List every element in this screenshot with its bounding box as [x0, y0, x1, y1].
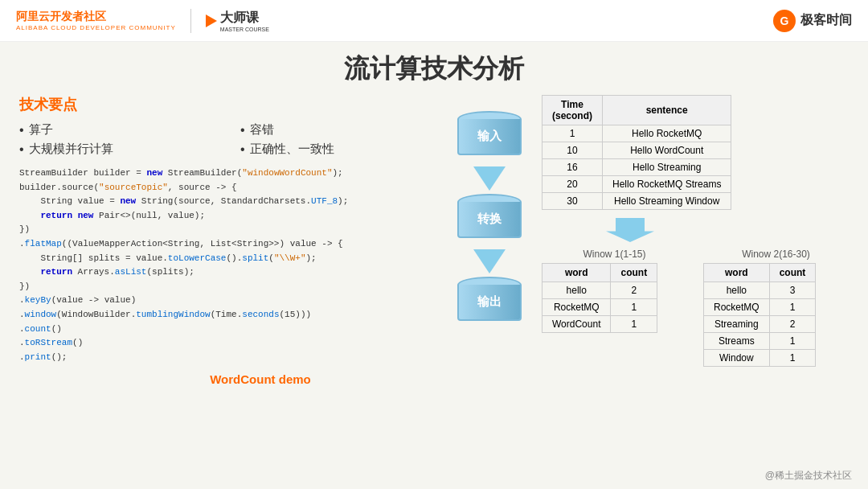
geek-text: 极客时间 [800, 12, 852, 29]
cell-sentence: Hello WordCount [603, 142, 731, 159]
tech-point-1: 容错 [240, 122, 437, 138]
alibaba-logo-bottom: ALIBABA CLOUD DEVELOPER COMMUNITY [16, 24, 176, 31]
cell-count: 1 [769, 333, 816, 350]
code-block: StreamBuilder builder = new StreamBuilde… [19, 166, 437, 364]
cell-word: RocketMQ [542, 299, 611, 316]
w1-col-count: count [611, 264, 657, 282]
demo-label: WordCount demo [210, 372, 311, 386]
cell-sentence: Hello RocketMQ [603, 125, 731, 142]
table-row: hello2 [542, 282, 657, 299]
cell-word: WordCount [542, 316, 611, 333]
cell-count: 2 [611, 282, 657, 299]
cell-sentence: Hello Streaming Window [603, 193, 731, 210]
table-row: 30Hello Streaming Window [542, 193, 731, 210]
big-arrow-container [606, 218, 849, 242]
tech-point-0: 算子 [19, 122, 216, 138]
w1-col-word: word [542, 264, 611, 282]
cell-word: Streams [704, 333, 770, 350]
table-row: Window1 [704, 350, 816, 367]
main-content: 技术要点 算子 容错 大规模并行计算 正确性、一致性 StreamBuilder… [0, 95, 868, 489]
header-left: 阿里云开发者社区 ALIBABA CLOUD DEVELOPER COMMUNI… [16, 9, 269, 33]
left-panel: 技术要点 算子 容错 大规模并行计算 正确性、一致性 StreamBuilder… [19, 95, 437, 387]
table-row: RocketMQ1 [704, 299, 816, 316]
demo-label-container: WordCount demo [19, 372, 437, 387]
master-logo-text: 大师课 MASTER COURSE [220, 10, 269, 32]
big-down-arrow [606, 218, 654, 242]
convert-label: 转换 [459, 202, 520, 236]
w2-col-word: word [704, 264, 770, 282]
arrow-1 [473, 166, 506, 191]
window1-block: Winow 1(1-15) word count hello2RocketMQ1… [542, 249, 687, 367]
tech-points-title: 技术要点 [19, 95, 437, 114]
master-text: 大师课 [220, 10, 259, 24]
tech-point-3: 正确性、一致性 [240, 142, 437, 157]
flow-diagram: 输入 转换 输出 [437, 95, 542, 329]
input-table-container: Time(second) sentence 1Hello RocketMQ10H… [542, 95, 849, 210]
cell-count: 2 [769, 316, 816, 333]
w2-col-count: count [769, 264, 816, 282]
cylinder-body-2: 转换 [457, 202, 522, 238]
cylinder-body-3: 输出 [457, 285, 522, 321]
output-label: 输出 [459, 285, 520, 319]
cell-time: 16 [542, 159, 603, 176]
alibaba-logo-top: 阿里云开发者社区 [16, 10, 106, 24]
input-shape: 输入 [457, 111, 522, 163]
convert-shape: 转换 [457, 194, 522, 246]
table-row: hello3 [704, 282, 816, 299]
table-row: 10Hello WordCount [542, 142, 731, 159]
input-label: 输入 [459, 119, 520, 154]
header-divider [190, 9, 191, 33]
cell-count: 1 [611, 299, 657, 316]
cell-sentence: Hello RocketMQ Streams [603, 176, 731, 193]
cell-time: 30 [542, 193, 603, 210]
table-row: Streaming2 [704, 316, 816, 333]
arrow-2 [473, 249, 506, 273]
table-row: RocketMQ1 [542, 299, 657, 316]
cell-sentence: Hello Streaming [603, 159, 731, 176]
cell-word: hello [542, 282, 611, 299]
cell-count: 1 [769, 350, 816, 367]
master-sub: MASTER COURSE [220, 27, 269, 32]
cell-word: hello [704, 282, 770, 299]
col-sentence: sentence [603, 96, 731, 125]
cell-word: RocketMQ [704, 299, 770, 316]
window1-label: Winow 1(1-15) [542, 249, 687, 260]
page-title: 流计算技术分析 [0, 42, 868, 95]
tech-point-2: 大规模并行计算 [19, 142, 216, 157]
window2-block: Winow 2(16-30) word count hello3RocketMQ… [703, 249, 849, 367]
cell-word: Window [704, 350, 770, 367]
input-table: Time(second) sentence 1Hello RocketMQ10H… [542, 95, 731, 210]
table-row: Streams1 [704, 333, 816, 350]
table-row: 1Hello RocketMQ [542, 125, 731, 142]
cell-word: Streaming [704, 316, 770, 333]
cell-count: 3 [769, 282, 816, 299]
cell-time: 1 [542, 125, 603, 142]
alibaba-logo: 阿里云开发者社区 ALIBABA CLOUD DEVELOPER COMMUNI… [16, 10, 176, 31]
geek-logo: G 极客时间 [773, 10, 852, 32]
cell-count: 1 [769, 299, 816, 316]
output-shape: 输出 [457, 277, 522, 329]
cylinder-body: 输入 [457, 119, 522, 155]
table-row: 20Hello RocketMQ Streams [542, 176, 731, 193]
tech-points-list: 算子 容错 大规模并行计算 正确性、一致性 [19, 122, 437, 157]
table-row: 16Hello Streaming [542, 159, 731, 176]
window1-table: word count hello2RocketMQ1WordCount1 [542, 263, 657, 333]
window2-label: Winow 2(16-30) [703, 249, 849, 260]
cell-count: 1 [611, 316, 657, 333]
play-icon [206, 14, 217, 27]
col-time: Time(second) [542, 96, 603, 125]
master-logo: 大师课 MASTER COURSE [206, 10, 269, 32]
right-panel: Time(second) sentence 1Hello RocketMQ10H… [542, 95, 849, 367]
window2-table: word count hello3RocketMQ1Streaming2Stre… [703, 263, 816, 367]
cell-time: 20 [542, 176, 603, 193]
header: 阿里云开发者社区 ALIBABA CLOUD DEVELOPER COMMUNI… [0, 0, 868, 42]
windows-section: Winow 1(1-15) word count hello2RocketMQ1… [542, 249, 849, 367]
footer: @稀土掘金技术社区 [765, 469, 852, 483]
table-row: WordCount1 [542, 316, 657, 333]
cell-time: 10 [542, 142, 603, 159]
geek-icon: G [773, 10, 796, 32]
